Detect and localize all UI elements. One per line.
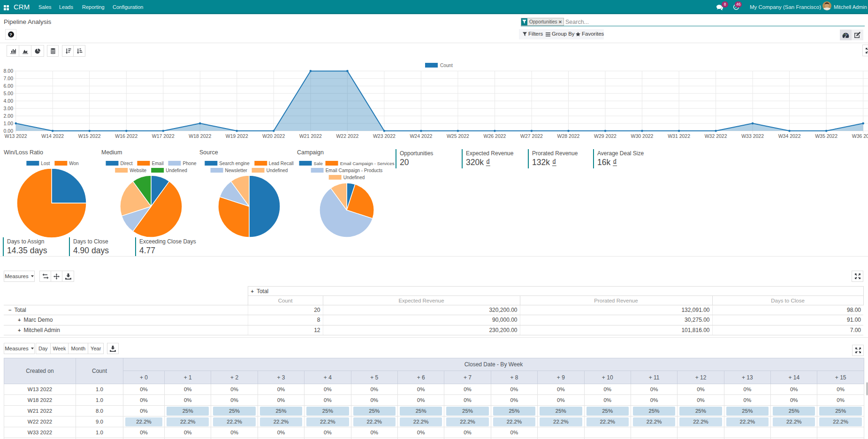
svg-text:W25 2022: W25 2022 bbox=[447, 133, 469, 139]
svg-text:W16 2022: W16 2022 bbox=[115, 133, 137, 139]
svg-text:W35 2022: W35 2022 bbox=[815, 133, 838, 139]
svg-text:W27 2022: W27 2022 bbox=[520, 133, 543, 139]
svg-text:W32 2022: W32 2022 bbox=[705, 133, 727, 139]
svg-text:W30 2022: W30 2022 bbox=[631, 133, 654, 139]
svg-text:W19 2022: W19 2022 bbox=[226, 133, 248, 139]
svg-text:W36 2022: W36 2022 bbox=[852, 133, 868, 139]
svg-text:W28 2022: W28 2022 bbox=[557, 133, 580, 139]
svg-text:6.00: 6.00 bbox=[4, 83, 14, 89]
svg-text:2.00: 2.00 bbox=[4, 113, 14, 119]
svg-text:W14 2022: W14 2022 bbox=[41, 133, 64, 139]
svg-text:W20 2022: W20 2022 bbox=[262, 133, 285, 139]
svg-text:W33 2022: W33 2022 bbox=[741, 133, 764, 139]
svg-text:7.00: 7.00 bbox=[4, 76, 14, 81]
svg-text:4.00: 4.00 bbox=[4, 98, 14, 104]
svg-text:W17 2022: W17 2022 bbox=[152, 133, 175, 139]
svg-text:W34 2022: W34 2022 bbox=[778, 133, 801, 139]
svg-text:W26 2022: W26 2022 bbox=[484, 133, 506, 139]
svg-text:W13 2022: W13 2022 bbox=[5, 133, 27, 139]
svg-text:5.00: 5.00 bbox=[4, 91, 14, 96]
svg-text:W21 2022: W21 2022 bbox=[299, 133, 322, 139]
svg-text:W23 2022: W23 2022 bbox=[373, 133, 396, 139]
svg-text:3.00: 3.00 bbox=[4, 106, 14, 111]
svg-text:W18 2022: W18 2022 bbox=[189, 133, 211, 139]
svg-text:W15 2022: W15 2022 bbox=[78, 133, 101, 139]
svg-text:W24 2022: W24 2022 bbox=[410, 133, 432, 139]
svg-text:0.00: 0.00 bbox=[4, 128, 14, 134]
svg-text:W29 2022: W29 2022 bbox=[594, 133, 617, 139]
svg-text:W22 2022: W22 2022 bbox=[336, 133, 358, 139]
svg-text:W31 2022: W31 2022 bbox=[668, 133, 690, 139]
svg-text:8.00: 8.00 bbox=[4, 68, 14, 74]
svg-text:1.00: 1.00 bbox=[4, 121, 14, 126]
